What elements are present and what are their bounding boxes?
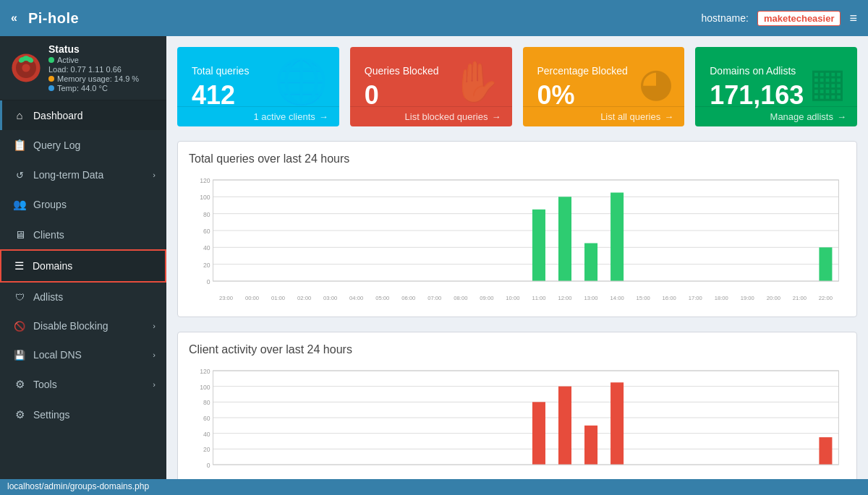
svg-text:22:00: 22:00 [819, 478, 833, 479]
stat-percentage-blocked-title: Percentage Blocked [537, 65, 628, 77]
total-queries-chart-container: 12010080604020023:0000:0001:0002:0003:00… [189, 173, 846, 306]
sidebar-label-long-term: Long-term Data [33, 169, 145, 181]
svg-text:02:00: 02:00 [297, 295, 312, 301]
stat-card-total-queries-content: Total queries 412 [192, 65, 249, 108]
sidebar-label-tools: Tools [33, 379, 145, 390]
svg-rect-65 [558, 387, 571, 465]
groups-icon: 👥 [13, 198, 26, 211]
navbar-right: hostname: maketecheasier ≡ [702, 11, 857, 26]
sidebar-status-info: Status Active Load: 0.77 1.11 0.66 Memor… [48, 43, 139, 92]
sidebar-item-groups[interactable]: 👥 Groups [0, 189, 166, 220]
memory-dot [48, 76, 54, 82]
sidebar-label-domains: Domains [33, 260, 154, 272]
svg-text:15:00: 15:00 [637, 478, 651, 479]
settings-icon: ⚙ [13, 408, 26, 421]
sidebar-label-clients: Clients [33, 229, 156, 241]
sidebar-item-clients[interactable]: 🖥 Clients [0, 220, 166, 249]
svg-text:11:00: 11:00 [532, 478, 546, 479]
svg-rect-24 [819, 247, 832, 281]
sidebar: Status Active Load: 0.77 1.11 0.66 Memor… [0, 36, 166, 479]
long-term-icon: ↺ [13, 170, 26, 181]
sidebar-item-long-term-data[interactable]: ↺ Long-term Data › [0, 160, 166, 189]
hostname-badge: maketecheasier [757, 11, 841, 26]
sidebar-label-groups: Groups [33, 199, 156, 210]
svg-text:20:00: 20:00 [767, 295, 781, 301]
stat-domains-adlists-footer[interactable]: Manage adlists → [695, 106, 857, 126]
svg-text:02:00: 02:00 [297, 478, 312, 479]
svg-text:18:00: 18:00 [715, 295, 729, 301]
sidebar-item-dashboard[interactable]: ⌂ Dashboard [0, 100, 166, 130]
svg-text:80: 80 [203, 399, 210, 406]
brand-title: Pi-hole [28, 10, 79, 27]
sidebar-label-disable-blocking: Disable Blocking [33, 320, 145, 332]
sidebar-item-adlists[interactable]: 🛡 Adlists [0, 283, 166, 311]
svg-text:20: 20 [203, 261, 210, 268]
svg-text:12:00: 12:00 [558, 478, 572, 479]
active-dot [48, 57, 54, 63]
disable-blocking-arrow: › [153, 322, 156, 330]
stat-card-total-queries: Total queries 412 🌐 1 active clients → [177, 47, 339, 126]
stat-total-queries-title: Total queries [192, 65, 249, 77]
sidebar-label-dashboard: Dashboard [33, 110, 156, 121]
svg-text:23:00: 23:00 [219, 478, 234, 479]
svg-rect-23 [610, 193, 624, 282]
stat-domains-adlists-value: 171,163 [710, 82, 804, 108]
collapse-icon[interactable]: « [11, 12, 17, 25]
svg-text:13:00: 13:00 [584, 478, 598, 479]
svg-text:60: 60 [203, 228, 210, 235]
svg-rect-68 [819, 437, 832, 465]
sidebar-item-domains[interactable]: ☰ Domains [0, 249, 166, 283]
svg-rect-64 [532, 402, 545, 465]
hamburger-icon[interactable]: ≡ [849, 11, 857, 26]
svg-text:08:00: 08:00 [454, 478, 468, 479]
sidebar-item-query-log[interactable]: 📋 Query Log [0, 130, 166, 160]
svg-text:09:00: 09:00 [480, 295, 494, 301]
stat-card-percentage-blocked-content: Percentage Blocked 0% [537, 65, 628, 108]
svg-text:19:00: 19:00 [741, 295, 755, 301]
svg-text:06:00: 06:00 [401, 478, 416, 479]
stat-card-domains-adlists: Domains on Adlists 171,163 ▦ Manage adli… [695, 47, 857, 126]
sidebar-status-panel: Status Active Load: 0.77 1.11 0.66 Memor… [0, 36, 166, 100]
percentage-blocked-bg-icon: ◕ [639, 59, 673, 106]
sidebar-item-tools[interactable]: ⚙ Tools › [0, 369, 166, 400]
svg-text:20:00: 20:00 [767, 478, 781, 479]
long-term-arrow: › [153, 171, 156, 179]
temp-dot [48, 85, 54, 91]
svg-text:08:00: 08:00 [454, 295, 468, 301]
dashboard-icon: ⌂ [13, 109, 26, 121]
stat-total-queries-value: 412 [192, 82, 249, 108]
stat-total-queries-footer[interactable]: 1 active clients → [177, 106, 339, 126]
svg-text:40: 40 [203, 244, 210, 251]
svg-text:23:00: 23:00 [219, 295, 234, 301]
svg-text:13:00: 13:00 [584, 295, 598, 301]
svg-text:14:00: 14:00 [610, 295, 625, 301]
svg-text:09:00: 09:00 [480, 478, 494, 479]
stat-queries-blocked-value: 0 [365, 82, 439, 108]
svg-rect-20 [532, 210, 545, 281]
stat-percentage-blocked-footer[interactable]: List all queries → [523, 106, 685, 126]
svg-text:04:00: 04:00 [349, 295, 364, 301]
svg-text:10:00: 10:00 [506, 295, 520, 301]
status-active: Active [48, 56, 139, 64]
total-queries-chart-svg: 12010080604020023:0000:0001:0002:0003:00… [189, 173, 846, 303]
stat-card-queries-blocked: Queries Blocked 0 ✋ List blocked queries… [350, 47, 512, 126]
svg-text:0: 0 [207, 462, 210, 469]
client-activity-chart-title: Client activity over last 24 hours [189, 343, 846, 356]
svg-text:16:00: 16:00 [663, 295, 677, 301]
sidebar-item-disable-blocking[interactable]: 🚫 Disable Blocking › [0, 311, 166, 340]
sidebar-item-settings[interactable]: ⚙ Settings [0, 400, 166, 430]
svg-text:00:00: 00:00 [245, 295, 260, 301]
sidebar-item-local-dns[interactable]: 💾 Local DNS › [0, 340, 166, 369]
svg-text:20: 20 [203, 446, 210, 453]
client-activity-chart-section: Client activity over last 24 hours 12010… [177, 332, 857, 479]
sidebar-label-local-dns: Local DNS [33, 349, 145, 361]
stats-row: Total queries 412 🌐 1 active clients → Q… [177, 47, 857, 126]
stat-queries-blocked-footer[interactable]: List blocked queries → [350, 106, 512, 126]
svg-rect-66 [584, 426, 597, 465]
total-queries-bg-icon: 🌐 [274, 56, 328, 107]
svg-text:17:00: 17:00 [689, 295, 703, 301]
svg-text:07:00: 07:00 [427, 478, 442, 479]
svg-text:60: 60 [203, 415, 210, 422]
pihole-logo [11, 53, 41, 83]
sidebar-label-settings: Settings [33, 409, 156, 421]
